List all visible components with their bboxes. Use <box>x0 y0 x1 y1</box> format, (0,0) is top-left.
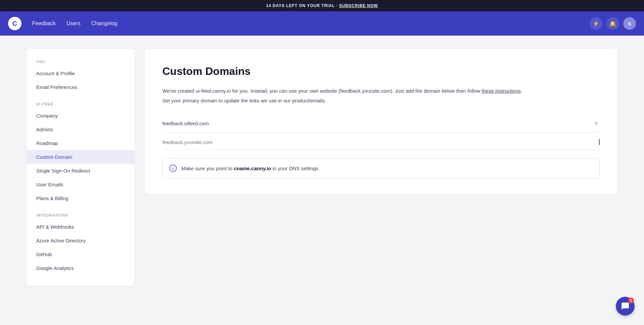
current-domain-value: feedback.uifeed.com <box>162 121 593 126</box>
bell-icon: 🔔 <box>609 20 616 27</box>
sidebar-item-api-webhooks[interactable]: API & Webhooks <box>27 220 134 234</box>
subscribe-link[interactable]: SUBSCRIBE NOW <box>339 3 378 8</box>
sidebar-item-admins[interactable]: Admins <box>27 123 134 136</box>
sidebar-section-uifeed: UI FEED <box>27 102 134 106</box>
navbar: C Feedback Users Changelog ⚡ 🔔 S <box>0 11 644 36</box>
logo[interactable]: C <box>8 17 21 30</box>
sidebar-item-account-profile[interactable]: Account & Profile <box>27 66 134 80</box>
chat-icon <box>621 302 630 311</box>
secondary-description: Set your primary domain to update the li… <box>162 98 600 103</box>
info-text-pre: Make sure you point to <box>181 166 234 171</box>
sidebar-item-user-emails[interactable]: User Emails <box>27 178 134 191</box>
clear-domain-button[interactable]: ✕ <box>593 119 600 128</box>
nav-feedback[interactable]: Feedback <box>32 20 56 27</box>
banner-text: 14 DAYS LEFT ON YOUR TRIAL · <box>266 3 339 8</box>
avatar[interactable]: S <box>623 17 636 30</box>
sidebar-section-integrations: INTEGRATIONS <box>27 213 134 217</box>
sidebar-item-azure-ad[interactable]: Azure Active Directory <box>27 234 134 247</box>
sidebar-section-you: YOU <box>27 60 134 64</box>
chat-button[interactable]: 1 <box>616 297 635 316</box>
logo-letter: C <box>12 20 17 28</box>
nav-right: ⚡ 🔔 S <box>590 17 636 30</box>
domain-input[interactable] <box>162 139 598 145</box>
nav-links: Feedback Users Changelog <box>32 20 590 27</box>
description-text-1: We've created ui-feed.canny.io for you. … <box>162 88 482 94</box>
nav-changelog[interactable]: Changelog <box>91 20 117 27</box>
sidebar: YOU Account & Profile Email Preferences … <box>27 49 134 286</box>
these-instructions-link[interactable]: these instructions <box>482 88 521 94</box>
page-body: YOU Account & Profile Email Preferences … <box>0 36 644 325</box>
dns-info-box: i Make sure you point to cname.canny.io … <box>162 158 600 178</box>
dns-info-text: Make sure you point to cname.canny.io in… <box>181 166 318 171</box>
sidebar-item-roadmap[interactable]: Roadmap <box>27 136 134 150</box>
nav-users[interactable]: Users <box>66 20 80 27</box>
current-domain-row: feedback.uifeed.com ✕ <box>162 114 600 133</box>
description-end: . <box>521 88 522 94</box>
info-icon: i <box>169 165 177 172</box>
page-title: Custom Domains <box>162 65 600 78</box>
bell-button[interactable]: 🔔 <box>606 17 619 30</box>
domain-input-row[interactable] <box>162 134 600 150</box>
lightning-icon: ⚡ <box>593 20 599 27</box>
close-icon: ✕ <box>594 120 598 127</box>
sidebar-item-sso[interactable]: Single Sign-On Redirect <box>27 164 134 178</box>
description-paragraph: We've created ui-feed.canny.io for you. … <box>162 87 600 95</box>
info-text-post: in your DNS settings <box>271 166 318 171</box>
cname-value: cname.canny.io <box>234 166 271 171</box>
sidebar-item-company[interactable]: Company <box>27 109 134 123</box>
sidebar-item-custom-domain[interactable]: Custom Domain <box>27 150 134 164</box>
trial-banner: 14 DAYS LEFT ON YOUR TRIAL · SUBSCRIBE N… <box>0 0 644 11</box>
avatar-initials: S <box>628 21 631 27</box>
sidebar-item-plans-billing[interactable]: Plans & Billing <box>27 191 134 205</box>
lightning-button[interactable]: ⚡ <box>590 17 602 30</box>
main-content: Custom Domains We've created ui-feed.can… <box>145 49 617 194</box>
text-cursor <box>599 139 600 145</box>
chat-badge: 1 <box>628 297 634 304</box>
sidebar-item-google-analytics[interactable]: Google Analytics <box>27 261 134 275</box>
sidebar-item-github[interactable]: GitHub <box>27 247 134 261</box>
sidebar-item-email-preferences[interactable]: Email Preferences <box>27 80 134 94</box>
